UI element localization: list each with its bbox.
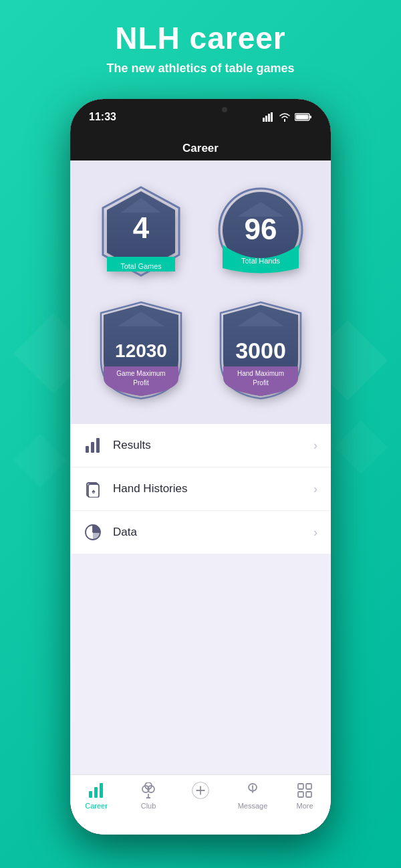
stats-grid: 4 Total Games — [70, 160, 331, 424]
cards-icon: ♠ — [84, 479, 102, 498]
svg-text:Hand Maximum: Hand Maximum — [237, 370, 283, 377]
svg-rect-8 — [271, 112, 273, 122]
svg-text:Total Hands: Total Hands — [241, 257, 280, 265]
svg-rect-52 — [298, 784, 303, 789]
svg-rect-7 — [268, 114, 270, 122]
svg-text:Profit: Profit — [253, 379, 269, 387]
tab-message[interactable]: Message — [227, 782, 279, 810]
hexagon-badge-games: 4 Total Games — [98, 185, 184, 278]
svg-text:Game Maximum: Game Maximum — [116, 370, 165, 377]
svg-point-51 — [252, 789, 253, 790]
svg-text:12030: 12030 — [115, 340, 167, 361]
bar-chart-icon — [84, 436, 102, 455]
pie-chart-icon — [84, 523, 102, 542]
svg-rect-40 — [89, 791, 92, 798]
battery-icon — [295, 112, 312, 122]
add-tab-icon — [192, 782, 209, 799]
header-section: NLH career The new athletics of table ga… — [0, 20, 401, 76]
svg-rect-33 — [96, 438, 100, 453]
nav-bar: Career — [70, 135, 331, 160]
status-icons — [263, 112, 312, 122]
header-subtitle: The new athletics of table games — [0, 62, 401, 76]
stat-cell-hand-profit: 3000 Hand Maximum Profit — [200, 289, 320, 411]
signal-icon — [263, 112, 275, 122]
svg-text:4: 4 — [132, 211, 149, 244]
svg-rect-53 — [306, 784, 311, 789]
phone-inner: 11:33 — [70, 99, 331, 835]
svg-rect-10 — [309, 116, 311, 118]
phone-frame: 11:33 — [70, 99, 331, 835]
club-tab-icon — [140, 782, 157, 799]
svg-rect-42 — [100, 783, 103, 798]
svg-text:96: 96 — [244, 213, 277, 245]
menu-item-hand-histories[interactable]: ♠ Hand Histories › — [70, 467, 331, 511]
tab-career[interactable]: Career — [70, 782, 122, 810]
tab-club[interactable]: Club — [122, 782, 174, 810]
svg-text:♠: ♠ — [92, 487, 96, 495]
svg-text:Profit: Profit — [133, 379, 149, 387]
svg-rect-6 — [265, 116, 267, 122]
svg-text:3000: 3000 — [235, 338, 286, 363]
nav-bar-title: Career — [84, 142, 317, 155]
chevron-results: › — [313, 439, 317, 453]
chevron-hand-histories: › — [313, 482, 317, 496]
header-title: NLH career — [0, 20, 401, 56]
tab-label-club: Club — [141, 802, 156, 810]
svg-text:Total Games: Total Games — [120, 262, 162, 270]
more-tab-icon — [296, 782, 313, 799]
svg-rect-31 — [86, 446, 89, 453]
tab-label-more: More — [296, 802, 313, 810]
menu-label-data: Data — [113, 526, 313, 539]
svg-rect-54 — [298, 792, 303, 797]
career-tab-icon — [88, 782, 105, 799]
tab-more[interactable]: More — [279, 782, 331, 810]
wifi-icon — [279, 112, 291, 122]
circle-badge-hands: 96 Total Hands — [217, 185, 304, 278]
status-time: 11:33 — [89, 111, 116, 123]
svg-rect-32 — [91, 442, 94, 453]
stat-cell-total-games: 4 Total Games — [81, 174, 200, 289]
svg-marker-3 — [13, 434, 67, 487]
shield-badge-game-profit: 12030 Game Maximum Profit — [94, 300, 188, 400]
svg-marker-4 — [334, 421, 388, 474]
message-tab-icon — [244, 782, 261, 799]
notch — [154, 99, 247, 120]
tab-bar: Career Club — [70, 774, 331, 835]
shield-badge-hand-profit: 3000 Hand Maximum Profit — [214, 300, 307, 400]
chevron-data: › — [313, 526, 317, 540]
stat-cell-total-hands: 96 Total Hands — [200, 174, 320, 289]
svg-rect-55 — [306, 792, 311, 797]
menu-list: Results › ♠ Hand Histories › — [70, 424, 331, 554]
svg-rect-11 — [296, 115, 309, 120]
tab-label-career: Career — [85, 802, 108, 810]
tab-add[interactable] — [174, 782, 227, 802]
menu-item-data[interactable]: Data › — [70, 511, 331, 554]
svg-rect-5 — [263, 118, 265, 122]
svg-rect-41 — [94, 787, 98, 798]
stat-cell-game-profit: 12030 Game Maximum Profit — [81, 289, 200, 411]
tab-label-message: Message — [238, 802, 268, 810]
menu-label-hand-histories: Hand Histories — [113, 482, 313, 496]
menu-label-results: Results — [113, 439, 313, 452]
menu-item-results[interactable]: Results › — [70, 424, 331, 467]
